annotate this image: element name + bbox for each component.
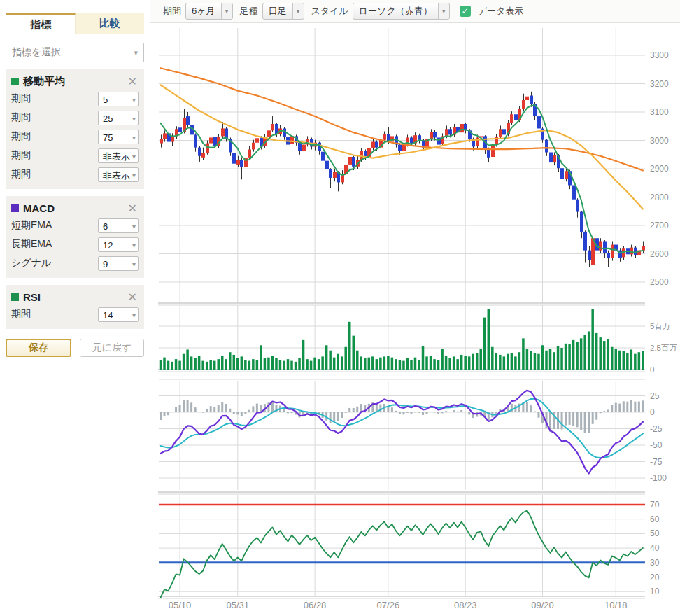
sidebar-actions: 保存 元に戻す (6, 339, 144, 357)
data-display-checkbox[interactable]: ✓ (460, 6, 471, 17)
sidebar: 指標 比較 指標を選択 ▾ 移動平均✕期間5▾期間25▾期間75▾期間非表示▾期… (0, 0, 150, 616)
period-range-value: 6ヶ月 (186, 5, 221, 18)
param-select[interactable]: 非表示▾ (98, 167, 139, 182)
chevron-down-icon: ▾ (132, 257, 136, 272)
param-select[interactable]: 12▾ (98, 237, 139, 252)
svg-text:70: 70 (650, 500, 660, 510)
chevron-down-icon: ▾ (132, 219, 136, 234)
indicator-param-row: 期間25▾ (11, 108, 139, 127)
param-label: 期間 (11, 308, 98, 321)
param-select[interactable]: 9▾ (98, 256, 139, 271)
close-icon[interactable]: ✕ (127, 202, 139, 215)
indicator-card-title: 移動平均 (23, 75, 127, 88)
style-value: ローソク（赤青） (353, 5, 438, 18)
close-icon[interactable]: ✕ (127, 290, 139, 304)
period-label: 期間 (163, 5, 181, 18)
svg-text:-100: -100 (650, 473, 667, 483)
param-label: 期間 (11, 92, 98, 105)
param-select[interactable]: 25▾ (98, 111, 139, 125)
param-label: 期間 (11, 111, 98, 124)
param-value: 14 (103, 310, 113, 321)
param-label: シグナル (11, 257, 98, 270)
indicator-param-row: シグナル9▾ (11, 254, 139, 272)
check-icon: ✓ (462, 6, 469, 16)
data-display-label: データ表示 (478, 5, 524, 18)
param-label: 長期EMA (11, 238, 98, 251)
svg-text:-25: -25 (650, 424, 663, 434)
param-value: 非表示 (103, 170, 130, 181)
svg-text:10: 10 (650, 587, 660, 596)
param-value: 75 (103, 132, 113, 143)
param-label: 短期EMA (11, 219, 98, 232)
param-select[interactable]: 5▾ (98, 92, 139, 106)
chevron-down-icon: ▾ (132, 168, 136, 183)
svg-text:2500: 2500 (650, 277, 669, 287)
close-icon[interactable]: ✕ (127, 75, 139, 88)
indicator-card: 移動平均✕期間5▾期間25▾期間75▾期間非表示▾期間非表示▾ (6, 69, 144, 189)
indicator-param-row: 期間非表示▾ (11, 146, 139, 164)
param-label: 期間 (11, 168, 98, 181)
chevron-down-icon: ▾ (132, 308, 136, 323)
svg-text:09/20: 09/20 (531, 600, 554, 610)
param-select[interactable]: 14▾ (98, 307, 139, 322)
chevron-down-icon: ▾ (132, 238, 136, 253)
indicator-param-row: 期間非表示▾ (11, 165, 139, 183)
svg-text:20: 20 (650, 573, 660, 582)
svg-text:2.5百万: 2.5百万 (650, 344, 677, 352)
svg-text:3100: 3100 (650, 107, 669, 117)
save-button[interactable]: 保存 (6, 339, 71, 357)
param-value: 5 (103, 94, 108, 105)
indicator-card: RSI✕期間14▾ (6, 285, 144, 329)
param-value: 6 (103, 221, 108, 232)
indicator-param-row: 長期EMA12▾ (11, 235, 139, 253)
svg-text:5百万: 5百万 (650, 322, 670, 330)
period-range-select[interactable]: 6ヶ月 ▾ (185, 3, 233, 20)
svg-text:50: 50 (650, 528, 660, 538)
svg-text:3200: 3200 (650, 79, 669, 89)
indicator-param-row: 期間14▾ (11, 305, 139, 323)
param-label: 期間 (11, 130, 98, 143)
param-value: 非表示 (103, 151, 130, 162)
indicator-param-row: 期間5▾ (11, 90, 139, 108)
svg-text:06/28: 06/28 (304, 600, 327, 610)
svg-text:30: 30 (650, 558, 660, 568)
indicator-swatch-icon (11, 293, 19, 301)
param-select[interactable]: 75▾ (98, 130, 139, 144)
svg-text:2700: 2700 (650, 220, 669, 230)
style-select[interactable]: ローソク（赤青） ▾ (353, 3, 450, 20)
svg-text:0: 0 (650, 365, 654, 374)
style-label: スタイル (311, 5, 348, 18)
indicator-swatch-icon (11, 204, 19, 212)
tab-indicators[interactable]: 指標 (6, 13, 76, 34)
stock-chart[interactable]: 3300320031003000290028002700260025005百万2… (150, 23, 680, 616)
sidebar-tabs: 指標 比較 (6, 13, 144, 34)
chevron-down-icon: ▾ (292, 4, 304, 19)
param-label: 期間 (11, 149, 98, 162)
svg-text:25: 25 (650, 391, 660, 401)
param-value: 12 (103, 240, 113, 251)
reset-button[interactable]: 元に戻す (80, 339, 144, 357)
indicator-card-title: RSI (23, 291, 127, 303)
chevron-down-icon: ▾ (134, 48, 138, 57)
svg-text:60: 60 (650, 514, 660, 524)
indicator-select[interactable]: 指標を選択 ▾ (6, 43, 144, 62)
chevron-down-icon: ▾ (221, 4, 232, 19)
chevron-down-icon: ▾ (132, 130, 136, 145)
bar-type-select[interactable]: 日足 ▾ (262, 3, 304, 20)
param-select[interactable]: 非表示▾ (98, 148, 139, 163)
indicator-param-row: 期間75▾ (11, 127, 139, 146)
chevron-down-icon: ▾ (132, 92, 136, 107)
tab-compare[interactable]: 比較 (76, 13, 144, 34)
svg-text:05/31: 05/31 (227, 600, 250, 610)
svg-text:2600: 2600 (650, 249, 669, 259)
chart-toolbar: 期間 6ヶ月 ▾ 足種 日足 ▾ スタイル ローソク（赤青） ▾ ✓ データ表示 (150, 0, 680, 23)
bar-type-label: 足種 (240, 5, 258, 18)
chevron-down-icon: ▾ (132, 111, 136, 126)
param-select[interactable]: 6▾ (98, 218, 139, 233)
chevron-down-icon: ▾ (132, 149, 136, 164)
indicator-param-row: 短期EMA6▾ (11, 216, 139, 234)
chevron-down-icon: ▾ (438, 4, 449, 19)
svg-text:2900: 2900 (650, 164, 669, 174)
param-value: 9 (103, 259, 108, 270)
svg-text:2800: 2800 (650, 192, 669, 202)
